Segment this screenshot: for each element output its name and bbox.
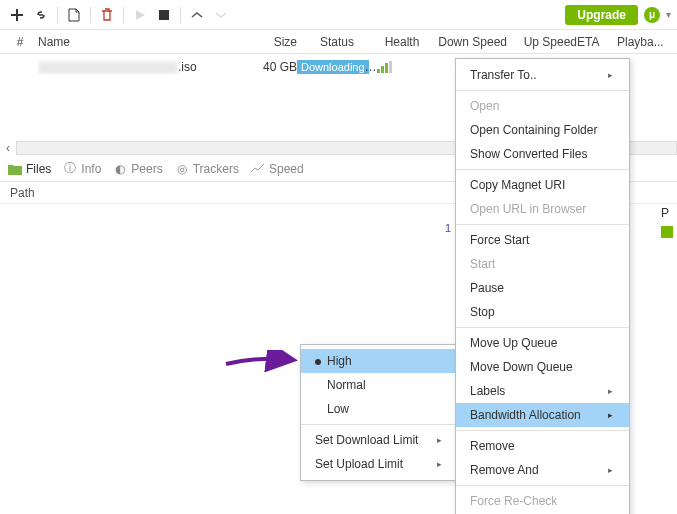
chevron-right-icon: ▸ — [437, 459, 442, 469]
chevron-right-icon: ▸ — [608, 70, 613, 80]
menu-stop[interactable]: Stop — [456, 300, 629, 324]
chart-icon — [251, 162, 265, 176]
svg-rect-0 — [159, 10, 169, 20]
menu-pause[interactable]: Pause — [456, 276, 629, 300]
menu-show-converted-files[interactable]: Show Converted Files — [456, 142, 629, 166]
tab-info[interactable]: ⓘInfo — [63, 162, 101, 176]
chevron-right-icon: ▸ — [608, 465, 613, 475]
toolbar: Upgrade μ ▾ — [0, 0, 677, 30]
add-torrent-button[interactable] — [6, 4, 28, 26]
submenu-set-upload-limit[interactable]: Set Upload Limit▸ — [301, 452, 456, 476]
submenu-low[interactable]: Low — [301, 397, 456, 421]
count-label: 1 — [445, 222, 451, 234]
move-down-button[interactable] — [210, 4, 232, 26]
context-menu: Transfer To..▸ Open Open Containing Fold… — [455, 58, 630, 514]
right-p-label: P — [661, 206, 673, 220]
submenu-high[interactable]: High — [301, 349, 456, 373]
tab-peers[interactable]: ◐Peers — [113, 162, 162, 176]
column-header: # Name Size Status Health Down Speed Up … — [0, 30, 677, 54]
scroll-left-icon[interactable]: ‹ — [0, 141, 16, 155]
col-up[interactable]: Up Speed — [507, 35, 577, 49]
peers-icon: ◐ — [113, 162, 127, 176]
add-link-button[interactable] — [30, 4, 52, 26]
menu-move-down-queue[interactable]: Move Down Queue — [456, 355, 629, 379]
menu-remove[interactable]: Remove — [456, 434, 629, 458]
status-badge: Downloading — [297, 60, 369, 74]
col-name[interactable]: Name — [38, 35, 247, 49]
menu-labels[interactable]: Labels▸ — [456, 379, 629, 403]
col-size[interactable]: Size — [247, 35, 297, 49]
submenu-normal[interactable]: Normal — [301, 373, 456, 397]
row-size: 40 GB — [247, 60, 297, 74]
tab-trackers[interactable]: ◎Trackers — [175, 162, 239, 176]
menu-start[interactable]: Start — [456, 252, 629, 276]
move-up-button[interactable] — [186, 4, 208, 26]
row-status: Downloading36.. — [297, 60, 377, 74]
menu-open[interactable]: Open — [456, 94, 629, 118]
target-icon: ◎ — [175, 162, 189, 176]
chevron-right-icon: ▸ — [608, 386, 613, 396]
menu-open-containing-folder[interactable]: Open Containing Folder — [456, 118, 629, 142]
chevron-down-icon[interactable]: ▾ — [666, 9, 671, 20]
tab-files[interactable]: Files — [8, 162, 51, 176]
menu-copy-magnet[interactable]: Copy Magnet URI — [456, 173, 629, 197]
toolbar-right: Upgrade μ ▾ — [565, 5, 671, 25]
start-button[interactable] — [129, 4, 151, 26]
menu-force-start[interactable]: Force Start — [456, 228, 629, 252]
toolbar-left — [6, 4, 232, 26]
tab-speed[interactable]: Speed — [251, 162, 304, 176]
chevron-right-icon: ▸ — [608, 410, 613, 420]
col-play[interactable]: Playba... — [617, 35, 667, 49]
bullet-icon — [315, 359, 321, 365]
menu-move-up-queue[interactable]: Move Up Queue — [456, 331, 629, 355]
menu-open-url[interactable]: Open URL in Browser — [456, 197, 629, 221]
delete-button[interactable] — [96, 4, 118, 26]
menu-force-recheck[interactable]: Force Re-Check — [456, 489, 629, 513]
menu-bandwidth-allocation[interactable]: Bandwidth Allocation▸ — [456, 403, 629, 427]
progress-square-icon — [661, 226, 673, 238]
right-panel-stub: P — [661, 206, 673, 238]
folder-icon — [8, 162, 22, 176]
annotation-arrow-icon — [222, 350, 300, 374]
file-ext: .iso — [178, 60, 197, 74]
create-torrent-button[interactable] — [63, 4, 85, 26]
col-down[interactable]: Down Speed — [427, 35, 507, 49]
menu-remove-and[interactable]: Remove And▸ — [456, 458, 629, 482]
app-logo-icon[interactable]: μ — [644, 7, 660, 23]
stop-button[interactable] — [153, 4, 175, 26]
upgrade-button[interactable]: Upgrade — [565, 5, 638, 25]
col-eta[interactable]: ETA — [577, 35, 617, 49]
col-num[interactable]: # — [10, 35, 30, 49]
row-name: .iso — [38, 60, 247, 74]
submenu-set-download-limit[interactable]: Set Download Limit▸ — [301, 428, 456, 452]
info-icon: ⓘ — [63, 162, 77, 176]
health-bars-icon — [377, 61, 427, 73]
menu-transfer-to[interactable]: Transfer To..▸ — [456, 63, 629, 87]
chevron-right-icon: ▸ — [437, 435, 442, 445]
col-health[interactable]: Health — [377, 35, 427, 49]
col-status[interactable]: Status — [297, 35, 377, 49]
row-health — [377, 61, 427, 73]
context-submenu-bandwidth: High Normal Low Set Download Limit▸ Set … — [300, 344, 457, 481]
